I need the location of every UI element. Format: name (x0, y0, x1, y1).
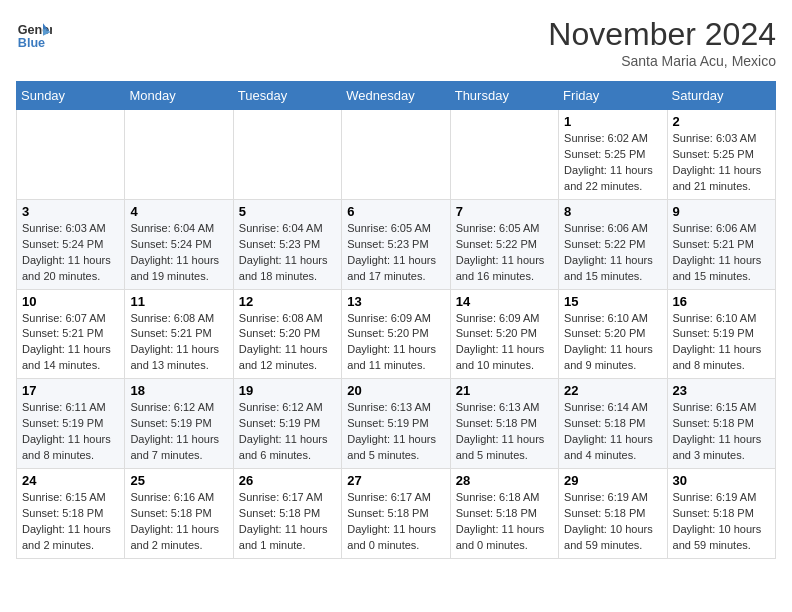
day-number: 6 (347, 204, 444, 219)
cell-info: Sunrise: 6:09 AMSunset: 5:20 PMDaylight:… (456, 311, 553, 375)
cell-info: Sunrise: 6:17 AMSunset: 5:18 PMDaylight:… (347, 490, 444, 554)
location: Santa Maria Acu, Mexico (548, 53, 776, 69)
cell-info: Sunrise: 6:15 AMSunset: 5:18 PMDaylight:… (673, 400, 770, 464)
logo-icon: General Blue (16, 16, 52, 52)
weekday-header: Wednesday (342, 82, 450, 110)
calendar-week-row: 1Sunrise: 6:02 AMSunset: 5:25 PMDaylight… (17, 110, 776, 200)
cell-info: Sunrise: 6:12 AMSunset: 5:19 PMDaylight:… (239, 400, 336, 464)
day-number: 11 (130, 294, 227, 309)
cell-info: Sunrise: 6:06 AMSunset: 5:21 PMDaylight:… (673, 221, 770, 285)
day-number: 18 (130, 383, 227, 398)
calendar-cell: 16Sunrise: 6:10 AMSunset: 5:19 PMDayligh… (667, 289, 775, 379)
day-number: 15 (564, 294, 661, 309)
day-number: 5 (239, 204, 336, 219)
day-number: 28 (456, 473, 553, 488)
calendar-cell: 4Sunrise: 6:04 AMSunset: 5:24 PMDaylight… (125, 199, 233, 289)
calendar-cell: 15Sunrise: 6:10 AMSunset: 5:20 PMDayligh… (559, 289, 667, 379)
day-number: 23 (673, 383, 770, 398)
calendar-cell: 1Sunrise: 6:02 AMSunset: 5:25 PMDaylight… (559, 110, 667, 200)
calendar-cell: 11Sunrise: 6:08 AMSunset: 5:21 PMDayligh… (125, 289, 233, 379)
calendar-cell: 21Sunrise: 6:13 AMSunset: 5:18 PMDayligh… (450, 379, 558, 469)
svg-text:Blue: Blue (18, 36, 45, 50)
calendar-cell: 18Sunrise: 6:12 AMSunset: 5:19 PMDayligh… (125, 379, 233, 469)
calendar-cell: 3Sunrise: 6:03 AMSunset: 5:24 PMDaylight… (17, 199, 125, 289)
day-number: 9 (673, 204, 770, 219)
calendar-cell: 19Sunrise: 6:12 AMSunset: 5:19 PMDayligh… (233, 379, 341, 469)
calendar-cell: 29Sunrise: 6:19 AMSunset: 5:18 PMDayligh… (559, 469, 667, 559)
calendar-cell: 10Sunrise: 6:07 AMSunset: 5:21 PMDayligh… (17, 289, 125, 379)
day-number: 16 (673, 294, 770, 309)
cell-info: Sunrise: 6:04 AMSunset: 5:23 PMDaylight:… (239, 221, 336, 285)
cell-info: Sunrise: 6:03 AMSunset: 5:24 PMDaylight:… (22, 221, 119, 285)
calendar-week-row: 17Sunrise: 6:11 AMSunset: 5:19 PMDayligh… (17, 379, 776, 469)
cell-info: Sunrise: 6:19 AMSunset: 5:18 PMDaylight:… (564, 490, 661, 554)
weekday-header: Thursday (450, 82, 558, 110)
weekday-header-row: SundayMondayTuesdayWednesdayThursdayFrid… (17, 82, 776, 110)
calendar-week-row: 24Sunrise: 6:15 AMSunset: 5:18 PMDayligh… (17, 469, 776, 559)
cell-info: Sunrise: 6:13 AMSunset: 5:18 PMDaylight:… (456, 400, 553, 464)
month-title: November 2024 (548, 16, 776, 53)
calendar-cell: 24Sunrise: 6:15 AMSunset: 5:18 PMDayligh… (17, 469, 125, 559)
cell-info: Sunrise: 6:08 AMSunset: 5:21 PMDaylight:… (130, 311, 227, 375)
day-number: 4 (130, 204, 227, 219)
weekday-header: Monday (125, 82, 233, 110)
cell-info: Sunrise: 6:14 AMSunset: 5:18 PMDaylight:… (564, 400, 661, 464)
calendar-cell: 14Sunrise: 6:09 AMSunset: 5:20 PMDayligh… (450, 289, 558, 379)
cell-info: Sunrise: 6:13 AMSunset: 5:19 PMDaylight:… (347, 400, 444, 464)
day-number: 10 (22, 294, 119, 309)
cell-info: Sunrise: 6:18 AMSunset: 5:18 PMDaylight:… (456, 490, 553, 554)
day-number: 2 (673, 114, 770, 129)
day-number: 26 (239, 473, 336, 488)
calendar-cell: 27Sunrise: 6:17 AMSunset: 5:18 PMDayligh… (342, 469, 450, 559)
calendar-cell: 6Sunrise: 6:05 AMSunset: 5:23 PMDaylight… (342, 199, 450, 289)
cell-info: Sunrise: 6:16 AMSunset: 5:18 PMDaylight:… (130, 490, 227, 554)
weekday-header: Saturday (667, 82, 775, 110)
cell-info: Sunrise: 6:03 AMSunset: 5:25 PMDaylight:… (673, 131, 770, 195)
cell-info: Sunrise: 6:10 AMSunset: 5:19 PMDaylight:… (673, 311, 770, 375)
day-number: 20 (347, 383, 444, 398)
day-number: 14 (456, 294, 553, 309)
day-number: 19 (239, 383, 336, 398)
calendar-cell: 23Sunrise: 6:15 AMSunset: 5:18 PMDayligh… (667, 379, 775, 469)
calendar-cell: 20Sunrise: 6:13 AMSunset: 5:19 PMDayligh… (342, 379, 450, 469)
cell-info: Sunrise: 6:17 AMSunset: 5:18 PMDaylight:… (239, 490, 336, 554)
day-number: 27 (347, 473, 444, 488)
cell-info: Sunrise: 6:19 AMSunset: 5:18 PMDaylight:… (673, 490, 770, 554)
day-number: 30 (673, 473, 770, 488)
cell-info: Sunrise: 6:06 AMSunset: 5:22 PMDaylight:… (564, 221, 661, 285)
calendar-cell: 17Sunrise: 6:11 AMSunset: 5:19 PMDayligh… (17, 379, 125, 469)
title-block: November 2024 Santa Maria Acu, Mexico (548, 16, 776, 69)
day-number: 22 (564, 383, 661, 398)
day-number: 3 (22, 204, 119, 219)
cell-info: Sunrise: 6:05 AMSunset: 5:23 PMDaylight:… (347, 221, 444, 285)
calendar-cell: 9Sunrise: 6:06 AMSunset: 5:21 PMDaylight… (667, 199, 775, 289)
calendar-cell (17, 110, 125, 200)
cell-info: Sunrise: 6:08 AMSunset: 5:20 PMDaylight:… (239, 311, 336, 375)
weekday-header: Friday (559, 82, 667, 110)
calendar-cell: 26Sunrise: 6:17 AMSunset: 5:18 PMDayligh… (233, 469, 341, 559)
calendar-week-row: 10Sunrise: 6:07 AMSunset: 5:21 PMDayligh… (17, 289, 776, 379)
day-number: 24 (22, 473, 119, 488)
day-number: 21 (456, 383, 553, 398)
weekday-header: Tuesday (233, 82, 341, 110)
page-header: General Blue November 2024 Santa Maria A… (16, 16, 776, 69)
cell-info: Sunrise: 6:10 AMSunset: 5:20 PMDaylight:… (564, 311, 661, 375)
cell-info: Sunrise: 6:05 AMSunset: 5:22 PMDaylight:… (456, 221, 553, 285)
calendar-cell: 12Sunrise: 6:08 AMSunset: 5:20 PMDayligh… (233, 289, 341, 379)
calendar-cell: 8Sunrise: 6:06 AMSunset: 5:22 PMDaylight… (559, 199, 667, 289)
day-number: 29 (564, 473, 661, 488)
weekday-header: Sunday (17, 82, 125, 110)
calendar-cell (125, 110, 233, 200)
calendar-cell (233, 110, 341, 200)
cell-info: Sunrise: 6:12 AMSunset: 5:19 PMDaylight:… (130, 400, 227, 464)
calendar-cell: 5Sunrise: 6:04 AMSunset: 5:23 PMDaylight… (233, 199, 341, 289)
day-number: 1 (564, 114, 661, 129)
logo: General Blue (16, 16, 52, 52)
calendar-cell: 30Sunrise: 6:19 AMSunset: 5:18 PMDayligh… (667, 469, 775, 559)
cell-info: Sunrise: 6:15 AMSunset: 5:18 PMDaylight:… (22, 490, 119, 554)
calendar-cell: 28Sunrise: 6:18 AMSunset: 5:18 PMDayligh… (450, 469, 558, 559)
calendar-cell (450, 110, 558, 200)
day-number: 8 (564, 204, 661, 219)
cell-info: Sunrise: 6:07 AMSunset: 5:21 PMDaylight:… (22, 311, 119, 375)
cell-info: Sunrise: 6:04 AMSunset: 5:24 PMDaylight:… (130, 221, 227, 285)
